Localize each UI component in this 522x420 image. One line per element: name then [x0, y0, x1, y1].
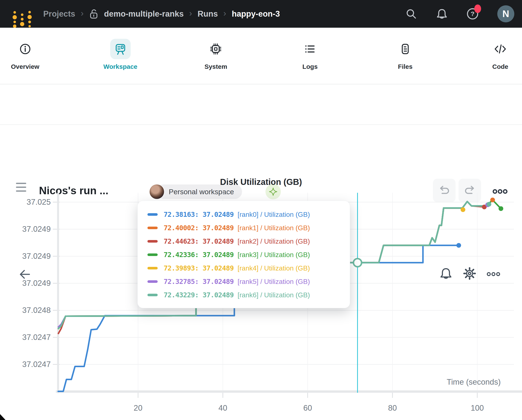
y-tick-label: 37.0249: [22, 225, 51, 233]
unlock-icon: [89, 9, 99, 19]
notifications-bell-icon[interactable]: [436, 8, 448, 20]
x-tick-label: 40: [218, 404, 227, 412]
tab-label: Overview: [11, 63, 39, 70]
chart-tooltip: 72.38163: 37.02489 [rank0] / Utilization…: [138, 201, 350, 308]
tooltip-text: 72.40002: 37.02489 [rank1] / Utilization…: [164, 224, 310, 232]
tooltip-text: 72.42336: 37.02489 [rank3] / Utilization…: [164, 251, 310, 259]
y-tick-label: 37.0249: [22, 252, 51, 260]
wandb-logo-icon[interactable]: [12, 9, 33, 28]
document-icon: [395, 39, 415, 59]
tab-label: Code: [490, 63, 510, 70]
notification-badge: [474, 4, 481, 13]
y-tick-label: 37.0247: [22, 360, 51, 369]
tab-files[interactable]: Files: [395, 28, 415, 70]
workspace-owner-avatar: [150, 184, 164, 199]
series-swatch-icon: [147, 294, 158, 296]
tab-label: Files: [395, 63, 415, 70]
breadcrumb: Projects › demo-multiple-ranks › Runs › …: [43, 0, 280, 28]
tab-workspace[interactable]: Workspace: [103, 28, 138, 70]
top-navbar: Projects › demo-multiple-ranks › Runs › …: [0, 0, 522, 28]
breadcrumb-projects[interactable]: Projects: [43, 9, 75, 19]
tooltip-text: 72.43229: 37.02489 [rank6] / Utilization…: [164, 291, 310, 299]
cpu-chip-icon: [206, 39, 226, 59]
svg-text:?: ?: [471, 10, 475, 17]
end-dot-rank6: [487, 202, 491, 206]
end-dot-rank1: [490, 198, 495, 202]
list-icon: [300, 39, 320, 59]
breadcrumb-run-name: happy-eon-3: [232, 9, 280, 19]
end-dot-rank0: [456, 243, 461, 248]
x-tick-label: 20: [134, 404, 142, 412]
x-tick-label: 80: [388, 404, 397, 412]
x-axis-title: Time (seconds): [446, 378, 501, 386]
cursor-artifact: [0, 414, 6, 420]
tab-overview[interactable]: Overview: [11, 28, 39, 70]
tooltip-text: 72.44623: 37.02489 [rank2] / Utilization…: [164, 237, 310, 245]
end-dot-rank4: [461, 207, 465, 212]
tab-system[interactable]: System: [205, 28, 227, 70]
workspace-board-icon: [110, 39, 130, 59]
series-swatch-icon: [147, 280, 158, 283]
tooltip-text: 72.38163: 37.02489 [rank0] / Utilization…: [164, 210, 310, 219]
breadcrumb-runs[interactable]: Runs: [198, 9, 218, 19]
series-swatch-icon: [147, 227, 158, 229]
tooltip-text: 72.39893: 37.02489 [rank4] / Utilization…: [164, 264, 310, 272]
chevron-right-icon: ›: [81, 8, 84, 18]
chevron-right-icon: ›: [189, 8, 192, 18]
tab-code[interactable]: Code: [490, 28, 510, 70]
panel-toolbar: [0, 125, 522, 174]
info-icon: [15, 39, 35, 59]
tooltip-text: 72.32785: 37.02489 [rank5] / Utilization…: [164, 277, 310, 286]
series-swatch-icon: [147, 213, 158, 216]
x-tick-label: 60: [303, 404, 312, 412]
code-icon: [490, 39, 510, 59]
y-tick-label: 37.0249: [22, 279, 51, 288]
help-icon[interactable]: ?: [467, 8, 478, 20]
tooltip-row: 72.43229: 37.02489 [rank6] / Utilization…: [147, 288, 350, 302]
series-swatch-icon: [147, 240, 158, 243]
hover-point-marker: [353, 259, 361, 267]
tooltip-row: 72.32785: 37.02489 [rank5] / Utilization…: [147, 275, 350, 288]
tab-label: Logs: [300, 63, 320, 70]
run-tab-bar: Overview Workspace System Logs Files Cod…: [0, 28, 522, 84]
end-dot-rank3: [499, 206, 503, 211]
tooltip-row: 72.38163: 37.02489 [rank0] / Utilization…: [147, 208, 350, 221]
tab-label: System: [205, 63, 227, 70]
y-tick-label: 37.0247: [22, 333, 51, 342]
user-avatar[interactable]: N: [497, 5, 514, 22]
series-swatch-icon: [147, 267, 158, 269]
x-axis-line: [56, 390, 522, 393]
tooltip-row: 72.44623: 37.02489 [rank2] / Utilization…: [147, 235, 350, 248]
series-swatch-icon: [147, 253, 158, 256]
search-icon[interactable]: [405, 8, 417, 20]
y-tick-label: 37.025: [27, 198, 51, 206]
y-tick-label: 37.0248: [22, 306, 51, 314]
tooltip-row: 72.39893: 37.02489 [rank4] / Utilization…: [147, 261, 350, 275]
breadcrumb-project[interactable]: demo-multiple-ranks: [104, 9, 184, 19]
x-tick-label: 100: [471, 404, 484, 412]
tab-logs[interactable]: Logs: [300, 28, 320, 70]
tooltip-row: 72.42336: 37.02489 [rank3] / Utilization…: [147, 248, 350, 261]
tab-label: Workspace: [103, 63, 138, 70]
y-axis-line: [57, 193, 59, 393]
chevron-right-icon: ›: [223, 8, 226, 18]
workspace-header: Nicos's run ... Personal workspace: [0, 84, 522, 125]
tooltip-row: 72.40002: 37.02489 [rank1] / Utilization…: [147, 221, 350, 235]
